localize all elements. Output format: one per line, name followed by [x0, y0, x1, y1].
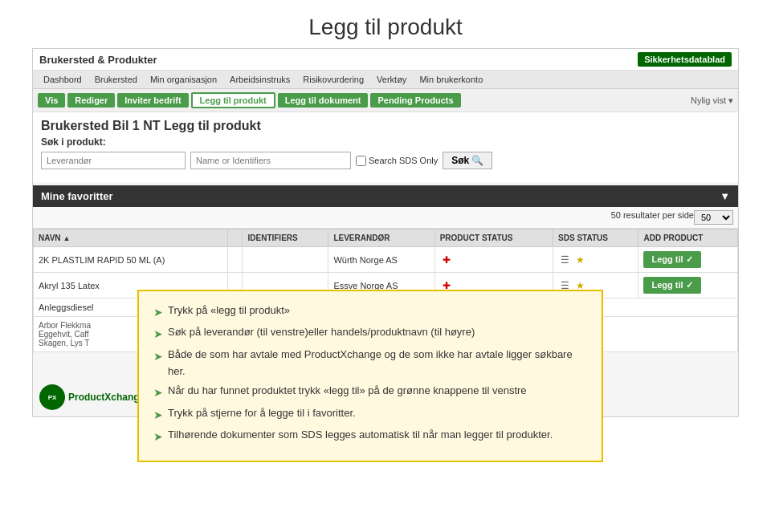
logo-icon: PX [39, 384, 65, 410]
favorites-chevron-icon: ▼ [720, 190, 730, 202]
callout-box: ➤ Trykk på «legg til produkt» ➤ Søk på l… [137, 290, 603, 462]
cell-sds-status: ☰ ★ [553, 247, 638, 273]
bottom-logo: PX ProductXchange [39, 384, 145, 410]
list-item: ➤ Både de som har avtale med ProductXcha… [153, 347, 587, 380]
logo-text: ProductXchange [68, 392, 145, 403]
sok-button[interactable]: Søk 🔍 [443, 152, 492, 169]
name-identifier-input[interactable] [190, 152, 351, 169]
list-item: ➤ Trykk på «legg til produkt» [153, 303, 587, 321]
cell-product-status: ✚ [434, 247, 553, 273]
list-item: ➤ Søk på leverandør (til venstre)eller h… [153, 324, 587, 343]
pending-products-button[interactable]: Pending Products [370, 93, 460, 108]
favorites-bar[interactable]: Mine favoritter ▼ [33, 185, 738, 207]
col-sds-status: SDS STATUS [553, 229, 638, 247]
table-row: 2K PLASTLIM RAPID 50 ML (A) Würth Norge … [34, 247, 738, 273]
product-status-icon: ✚ [440, 254, 453, 266]
callout-list: ➤ Trykk på «legg til produkt» ➤ Søk på l… [153, 303, 587, 446]
search-row: Search SDS Only Søk 🔍 [41, 152, 730, 169]
page-title: Legg til produkt [0, 14, 771, 40]
nav-risikovurdering[interactable]: Risikovurdering [297, 72, 369, 87]
nav-brukerkonto[interactable]: Min brukerkonto [414, 72, 488, 87]
action-bar: Vis Rediger Inviter bedrift Legg til pro… [33, 89, 738, 112]
top-bar-logo: Brukersted & Produkter [39, 54, 157, 66]
content-area: Brukersted Bil 1 NT Legg til produkt Søk… [33, 112, 738, 182]
top-bar: Brukersted & Produkter Sikkerhetsdatabla… [33, 49, 738, 71]
cell-navn: 2K PLASTLIM RAPID 50 ML (A) [34, 247, 228, 273]
rediger-button[interactable]: Rediger [67, 93, 115, 108]
callout-arrow-icon: ➤ [153, 384, 163, 401]
cell-add-product: Legg til ✓ [638, 247, 738, 273]
col-identifiers: IDENTIFIERS [243, 229, 328, 247]
callout-arrow-icon: ➤ [153, 428, 163, 445]
results-per-page-label: 50 resultater per side [611, 210, 694, 225]
nav-verktoy[interactable]: Verktøy [371, 72, 412, 87]
cell-identifiers [243, 247, 328, 273]
sds-list-icon: ☰ [558, 254, 571, 266]
callout-arrow-icon: ➤ [153, 406, 163, 424]
search-sds-checkbox[interactable] [356, 156, 366, 166]
sort-arrow-icon[interactable]: ▲ [63, 234, 70, 242]
results-row: 50 resultater per side 50 100 200 [33, 207, 738, 229]
col-leverandor: LEVERANDØR [328, 229, 434, 247]
list-item: ➤ Trykk på stjerne for å legge til i fav… [153, 405, 587, 424]
search-icon: 🔍 [471, 155, 483, 166]
legg-dokument-button[interactable]: Legg til dokument [278, 93, 369, 108]
favorites-title: Mine favoritter [41, 190, 113, 202]
inviter-button[interactable]: Inviter bedrift [117, 93, 188, 108]
legg-produkt-button[interactable]: Legg til produkt [191, 92, 275, 108]
search-sds-label: Search SDS Only [356, 156, 438, 166]
search-label: Søk i produkt: [41, 136, 730, 148]
nav-min-org[interactable]: Min organisasjon [145, 72, 222, 87]
list-item: ➤ Når du har funnet produktet trykk «leg… [153, 383, 587, 401]
legg-til-button[interactable]: Legg til ✓ [643, 277, 700, 294]
leverandor-input[interactable] [41, 152, 186, 169]
vis-button[interactable]: Vis [38, 93, 65, 108]
callout-arrow-icon: ➤ [153, 303, 163, 321]
sds-button[interactable]: Sikkerhetsdatablad [638, 52, 732, 67]
callout-arrow-icon: ➤ [153, 347, 163, 365]
col-navn: NAVN ▲ [34, 229, 228, 247]
nav-bar: Dashbord Brukersted Min organisasjon Arb… [33, 71, 738, 89]
nav-brukersted[interactable]: Brukersted [89, 72, 143, 87]
nylig-vist-dropdown[interactable]: Nylig vist ▾ [691, 95, 733, 106]
col-product-status: PRODUCT STATUS [434, 229, 553, 247]
table-header-row: NAVN ▲ IDENTIFIERS LEVERANDØR PRODUCT ST… [34, 229, 738, 247]
list-item: ➤ Tilhørende dokumenter som SDS legges a… [153, 427, 587, 445]
cell-empty [228, 247, 243, 273]
nav-dashbord[interactable]: Dashbord [38, 72, 88, 87]
col-add-product: ADD PRODUCT [638, 229, 738, 247]
col-empty [228, 229, 243, 247]
cell-leverandor: Würth Norge AS [328, 247, 434, 273]
content-heading: Brukersted Bil 1 NT Legg til produkt [41, 119, 730, 133]
sds-star-icon[interactable]: ★ [573, 254, 586, 266]
callout-arrow-icon: ➤ [153, 325, 163, 343]
nav-arbeidsinstruks[interactable]: Arbeidsinstruks [224, 72, 296, 87]
results-per-page-select[interactable]: 50 100 200 [694, 210, 733, 225]
cell-add-product: Legg til ✓ [638, 273, 738, 298]
legg-til-button[interactable]: Legg til ✓ [643, 251, 700, 268]
